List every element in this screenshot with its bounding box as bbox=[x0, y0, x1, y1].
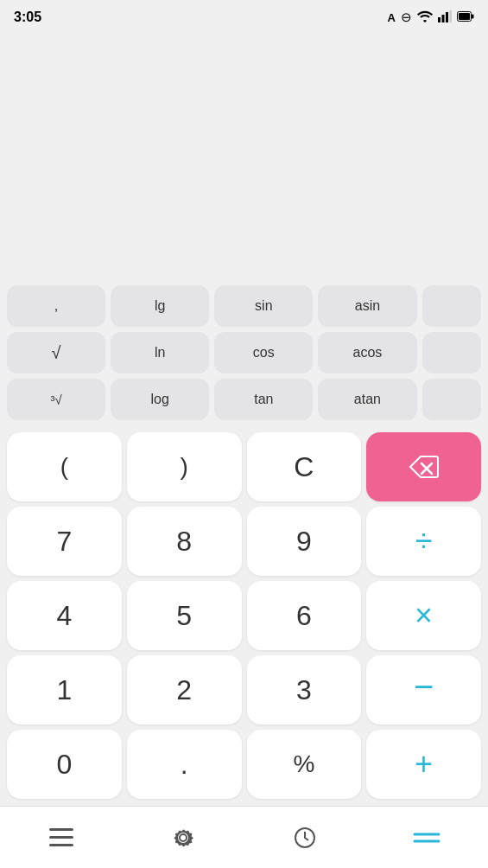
six-button[interactable]: 6 bbox=[247, 581, 362, 650]
calc-row-789: 7 8 9 ÷ bbox=[7, 507, 481, 576]
two-button[interactable]: 2 bbox=[127, 655, 242, 724]
seven-button[interactable]: 7 bbox=[7, 507, 122, 576]
nine-button[interactable]: 9 bbox=[247, 507, 362, 576]
extra1-button[interactable] bbox=[422, 285, 481, 327]
svg-rect-9 bbox=[49, 828, 73, 831]
eight-button[interactable]: 8 bbox=[127, 507, 242, 576]
add-button[interactable]: + bbox=[366, 730, 481, 799]
four-button[interactable]: 4 bbox=[7, 581, 122, 650]
history-button[interactable] bbox=[244, 807, 366, 868]
display-area bbox=[0, 35, 488, 282]
svg-rect-11 bbox=[49, 844, 73, 846]
sci-row-1: , lg sin asin bbox=[7, 285, 481, 327]
asin-button[interactable]: asin bbox=[318, 285, 416, 327]
calc-row-0: 0 . % + bbox=[7, 730, 481, 799]
percent-button[interactable]: % bbox=[247, 730, 362, 799]
calc-grid: ( ) C 7 8 9 ÷ 4 5 6 × 1 2 3 − 0 . % bbox=[0, 429, 488, 806]
acos-button[interactable]: acos bbox=[318, 332, 416, 373]
sci-rows: , lg sin asin √ ln cos acos ³√ log tan a… bbox=[0, 282, 488, 429]
backspace-icon bbox=[409, 455, 440, 479]
calc-row-456: 4 5 6 × bbox=[7, 581, 481, 650]
settings-button[interactable] bbox=[122, 807, 244, 868]
atan-button[interactable]: atan bbox=[318, 379, 416, 420]
menu-button[interactable] bbox=[0, 807, 122, 868]
extra2-button[interactable] bbox=[422, 332, 481, 373]
bottom-nav bbox=[0, 806, 488, 868]
cos-button[interactable]: cos bbox=[214, 332, 313, 373]
svg-rect-3 bbox=[450, 10, 453, 22]
divide-button[interactable]: ÷ bbox=[366, 507, 481, 576]
equals-button[interactable] bbox=[366, 807, 488, 868]
extra3-button[interactable] bbox=[422, 379, 481, 420]
three-button[interactable]: 3 bbox=[247, 655, 362, 724]
svg-rect-1 bbox=[442, 15, 445, 22]
cbrt-symbol: ³√ bbox=[50, 393, 61, 407]
svg-rect-6 bbox=[472, 15, 474, 19]
lg-button[interactable]: lg bbox=[111, 285, 209, 327]
open-paren-button[interactable]: ( bbox=[7, 432, 122, 501]
svg-rect-2 bbox=[446, 12, 448, 22]
signal-icon bbox=[438, 10, 452, 25]
sci-row-3: ³√ log tan atan bbox=[7, 379, 481, 420]
sin-button[interactable]: sin bbox=[214, 285, 313, 327]
tan-button[interactable]: tan bbox=[214, 379, 313, 420]
menu-icon bbox=[49, 828, 73, 847]
subtract-button[interactable]: − bbox=[366, 655, 481, 724]
calc-row-123: 1 2 3 − bbox=[7, 655, 481, 724]
log-button[interactable]: log bbox=[111, 379, 209, 420]
close-paren-button[interactable]: ) bbox=[127, 432, 242, 501]
decimal-button[interactable]: . bbox=[127, 730, 242, 799]
keyboard-icon: A bbox=[388, 11, 396, 24]
calc-row-special: ( ) C bbox=[7, 432, 481, 501]
history-icon bbox=[293, 826, 317, 850]
multiply-button[interactable]: × bbox=[366, 581, 481, 650]
backspace-button[interactable] bbox=[366, 432, 481, 501]
svg-rect-0 bbox=[438, 17, 440, 22]
sqrt-symbol: √ bbox=[52, 343, 61, 363]
cbrt-button[interactable]: ³√ bbox=[7, 379, 105, 420]
settings-icon bbox=[171, 826, 195, 850]
five-button[interactable]: 5 bbox=[127, 581, 242, 650]
wifi-icon bbox=[417, 10, 433, 25]
sqrt-button[interactable]: √ bbox=[7, 332, 105, 373]
comma-button[interactable]: , bbox=[7, 285, 105, 327]
svg-rect-5 bbox=[459, 13, 470, 20]
clear-button[interactable]: C bbox=[247, 432, 362, 501]
status-time: 3:05 bbox=[14, 10, 41, 25]
status-icons: A ⊖ bbox=[388, 10, 474, 25]
ln-button[interactable]: ln bbox=[111, 332, 209, 373]
sci-row-2: √ ln cos acos bbox=[7, 332, 481, 373]
one-button[interactable]: 1 bbox=[7, 655, 122, 724]
status-bar: 3:05 A ⊖ bbox=[0, 0, 488, 35]
zero-button[interactable]: 0 bbox=[7, 730, 122, 799]
battery-icon bbox=[457, 10, 474, 24]
dnd-icon: ⊖ bbox=[401, 10, 412, 25]
equals-icon bbox=[413, 829, 440, 846]
svg-rect-10 bbox=[49, 836, 73, 839]
